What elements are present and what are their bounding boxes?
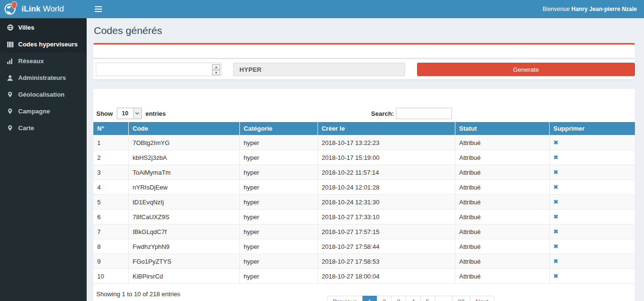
- cell-category: hyper: [239, 165, 317, 180]
- cell-status: Attribué: [455, 135, 549, 150]
- cell-created: 2018-10-17 13:22:23: [317, 135, 455, 150]
- cell-status: Attribué: [455, 180, 549, 195]
- sidebar-item-codes-hyperviseurs[interactable]: Codes hyperviseurs: [0, 36, 87, 53]
- pagination: Previous12345…22Next: [327, 296, 494, 301]
- quantity-input[interactable]: ▲ ▼: [96, 63, 222, 76]
- cell-status: Attribué: [455, 210, 549, 224]
- cell-delete: ✖: [549, 224, 635, 239]
- entries-label: entries: [146, 110, 166, 117]
- cell-category: hyper: [239, 224, 317, 239]
- cell-num: 4: [93, 180, 129, 195]
- spinner-down-button[interactable]: ▼: [212, 70, 220, 75]
- codes-table: N°CodeCatégorieCréer leStatutSupprimer 1…: [93, 122, 635, 284]
- pagination-page-5[interactable]: 5: [420, 296, 435, 301]
- pagination-ellipsis[interactable]: …: [435, 296, 452, 301]
- cell-category: hyper: [239, 180, 317, 195]
- sidebar-item-villes[interactable]: Villes: [0, 19, 87, 36]
- cell-created: 2018-10-27 17:58:44: [317, 239, 455, 254]
- danger-box: [93, 43, 635, 58]
- delete-icon[interactable]: ✖: [554, 154, 558, 161]
- column-header-supprimer[interactable]: Supprimer: [549, 122, 635, 135]
- delete-icon[interactable]: ✖: [554, 213, 558, 220]
- cell-category: hyper: [239, 195, 317, 210]
- sidebar-item-label: Administrateurs: [18, 74, 66, 81]
- pagination-next-button[interactable]: Next: [470, 296, 494, 301]
- delete-icon[interactable]: ✖: [554, 199, 558, 205]
- bar-chart-icon: [7, 58, 13, 64]
- cell-num: 8: [93, 239, 129, 254]
- generate-button[interactable]: Generate: [417, 63, 635, 76]
- sidebar-toggle-button[interactable]: [94, 4, 103, 14]
- search-label: Search:: [371, 110, 394, 117]
- show-label: Show: [96, 110, 113, 117]
- delete-icon[interactable]: ✖: [554, 139, 558, 146]
- sidebar-item-reseaux[interactable]: Réseaux: [0, 53, 87, 69]
- table-row: 5tD1EvqNzIjhyper2018-10-24 12:31:30Attri…: [93, 195, 635, 210]
- table-row: 10KiBPirsrCdhyper2018-10-27 18:00:04Attr…: [93, 269, 635, 284]
- sidebar-item-label: Géolocalisation: [18, 91, 65, 98]
- search-input[interactable]: [396, 108, 452, 119]
- cell-code: tD1EvqNzIj: [129, 195, 240, 210]
- cell-num: 10: [93, 269, 129, 284]
- table-row: 17OBtg2ImYGhyper2018-10-17 13:22:23Attri…: [93, 135, 635, 150]
- table-row: 4nYRIsDjEewhyper2018-10-24 12:01:28Attri…: [93, 180, 635, 195]
- pagination-page-2[interactable]: 2: [377, 296, 392, 301]
- table-row: 8FwdhzYphN9hyper2018-10-27 17:58:44Attri…: [93, 239, 635, 254]
- pagination-previous-button[interactable]: Previous: [327, 296, 363, 301]
- cell-created: 2018-10-27 17:57:15: [317, 224, 455, 239]
- pagination-page-1[interactable]: 1: [362, 296, 377, 301]
- delete-icon[interactable]: ✖: [554, 258, 558, 265]
- cell-delete: ✖: [549, 165, 635, 180]
- page-length-select[interactable]: 10: [117, 108, 142, 119]
- cell-created: 2018-10-24 12:01:28: [317, 180, 455, 195]
- table-controls: Show 10 entries Search:: [96, 107, 632, 120]
- cell-category: hyper: [239, 239, 317, 254]
- delete-icon[interactable]: ✖: [554, 273, 558, 279]
- delete-icon[interactable]: ✖: [554, 184, 558, 190]
- cell-category: hyper: [239, 135, 317, 150]
- cell-created: 2018-10-22 11:57:14: [317, 165, 455, 180]
- sidebar-item-label: Réseaux: [18, 57, 44, 65]
- column-header-n[interactable]: N°: [93, 122, 129, 135]
- column-header-categorie[interactable]: Catégorie: [239, 122, 317, 135]
- delete-icon[interactable]: ✖: [554, 169, 558, 176]
- sidebar-item-campagne[interactable]: Campagne: [0, 103, 87, 120]
- column-header-code[interactable]: Code: [129, 122, 240, 135]
- cell-num: 5: [93, 195, 129, 210]
- cell-code: kbHS2j3zbA: [129, 150, 240, 165]
- cell-created: 2018-10-27 17:33:10: [317, 210, 455, 224]
- sidebar-item-administrateurs[interactable]: Administrateurs: [0, 69, 87, 86]
- sidebar-item-label: Codes hyperviseurs: [18, 41, 78, 48]
- user-icon: [7, 75, 13, 81]
- cell-code: IBkGLqdC7f: [129, 224, 240, 239]
- top-navbar: Bienvenue Hanry Jean-pierre Nzale: [87, 0, 644, 18]
- sidebar-item-label: Villes: [18, 24, 34, 31]
- sidebar-item-label: Campagne: [18, 108, 50, 115]
- chevron-down-icon: [133, 108, 141, 119]
- sidebar-item-geolocalisation[interactable]: Géolocalisation: [0, 86, 87, 103]
- cell-delete: ✖: [549, 135, 635, 150]
- column-header-creer-le[interactable]: Créer le: [317, 122, 455, 135]
- pagination-page-22[interactable]: 22: [452, 296, 470, 301]
- app-logo[interactable]: $ iLink World: [0, 0, 87, 18]
- category-field: [233, 63, 405, 76]
- sidebar: $ iLink World VillesCodes hyperviseursRé…: [0, 0, 87, 301]
- map-marker-icon: [7, 125, 13, 131]
- sidebar-item-carte[interactable]: Carte: [0, 120, 87, 136]
- delete-icon[interactable]: ✖: [554, 228, 558, 235]
- cell-category: hyper: [239, 254, 317, 269]
- cell-code: KiBPirsrCd: [129, 269, 240, 284]
- cell-delete: ✖: [549, 150, 635, 165]
- cell-num: 9: [93, 254, 129, 269]
- pagination-page-4[interactable]: 4: [406, 296, 420, 301]
- table-footer: Showing 1 to 10 of 218 entries Previous1…: [96, 290, 632, 301]
- cell-delete: ✖: [549, 254, 635, 269]
- delete-icon[interactable]: ✖: [554, 243, 558, 250]
- pagination-page-3[interactable]: 3: [391, 296, 406, 301]
- table-row: 7IBkGLqdC7fhyper2018-10-27 17:57:15Attri…: [93, 224, 635, 239]
- cell-status: Attribué: [455, 269, 549, 284]
- spinner-up-button[interactable]: ▲: [212, 64, 220, 69]
- column-header-statut[interactable]: Statut: [455, 122, 549, 135]
- table-header-row: N°CodeCatégorieCréer leStatutSupprimer: [93, 122, 635, 135]
- hamburger-icon: [95, 6, 102, 7]
